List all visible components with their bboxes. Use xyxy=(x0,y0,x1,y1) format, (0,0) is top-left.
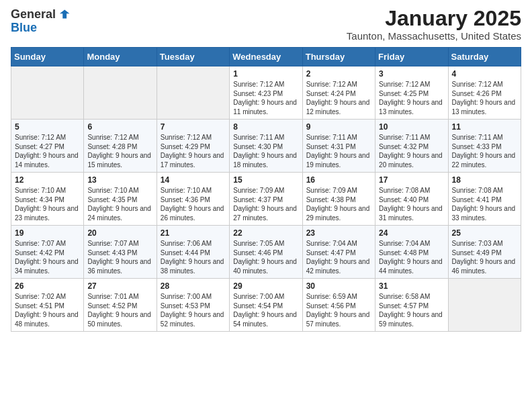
daylight-text: Daylight: 9 hours and 14 minutes. xyxy=(15,152,79,169)
daylight-text: Daylight: 9 hours and 40 minutes. xyxy=(233,258,297,275)
daylight-text: Daylight: 9 hours and 19 minutes. xyxy=(306,152,370,169)
sunset-text: Sunset: 4:57 PM xyxy=(379,302,429,310)
day-info: Sunrise: 7:12 AMSunset: 4:24 PMDaylight:… xyxy=(306,80,371,116)
daylight-text: Daylight: 9 hours and 34 minutes. xyxy=(15,258,79,275)
calendar-cell: 2Sunrise: 7:12 AMSunset: 4:24 PMDaylight… xyxy=(302,66,375,120)
day-info: Sunrise: 7:12 AMSunset: 4:25 PMDaylight:… xyxy=(379,80,444,116)
calendar-header-row: SundayMondayTuesdayWednesdayThursdayFrid… xyxy=(11,48,521,66)
day-number: 20 xyxy=(87,228,152,238)
day-number: 4 xyxy=(452,69,517,79)
day-info: Sunrise: 7:00 AMSunset: 4:54 PMDaylight:… xyxy=(233,292,298,328)
calendar-cell: 8Sunrise: 7:11 AMSunset: 4:30 PMDaylight… xyxy=(230,120,302,173)
daylight-text: Daylight: 9 hours and 11 minutes. xyxy=(233,99,297,116)
logo-icon xyxy=(56,7,71,21)
sunset-text: Sunset: 4:29 PM xyxy=(161,143,210,150)
sunrise-text: Sunrise: 7:02 AM xyxy=(15,293,66,300)
sunrise-text: Sunrise: 7:05 AM xyxy=(233,240,284,247)
day-info: Sunrise: 7:10 AMSunset: 4:36 PMDaylight:… xyxy=(161,186,226,222)
calendar-cell: 21Sunrise: 7:06 AMSunset: 4:44 PMDayligh… xyxy=(157,226,229,279)
sunrise-text: Sunrise: 7:11 AM xyxy=(379,134,430,141)
day-number: 24 xyxy=(379,228,444,238)
day-info: Sunrise: 7:07 AMSunset: 4:43 PMDaylight:… xyxy=(87,239,152,275)
svg-marker-0 xyxy=(60,9,70,18)
calendar-cell: 22Sunrise: 7:05 AMSunset: 4:46 PMDayligh… xyxy=(230,226,302,279)
sunrise-text: Sunrise: 7:10 AM xyxy=(161,187,212,194)
sunrise-text: Sunrise: 7:03 AM xyxy=(452,240,503,247)
day-number: 7 xyxy=(161,122,226,132)
day-number: 25 xyxy=(452,228,517,238)
day-number: 17 xyxy=(379,175,444,185)
day-info: Sunrise: 7:10 AMSunset: 4:35 PMDaylight:… xyxy=(87,186,152,222)
day-info: Sunrise: 7:09 AMSunset: 4:38 PMDaylight:… xyxy=(306,186,371,222)
calendar-cell: 31Sunrise: 6:58 AMSunset: 4:57 PMDayligh… xyxy=(375,279,448,332)
day-info: Sunrise: 7:11 AMSunset: 4:30 PMDaylight:… xyxy=(233,133,298,169)
calendar-cell: 24Sunrise: 7:04 AMSunset: 4:48 PMDayligh… xyxy=(375,226,448,279)
calendar-cell: 3Sunrise: 7:12 AMSunset: 4:25 PMDaylight… xyxy=(375,66,448,120)
day-info: Sunrise: 7:12 AMSunset: 4:23 PMDaylight:… xyxy=(233,80,298,116)
sunrise-text: Sunrise: 7:10 AM xyxy=(15,187,66,194)
sunrise-text: Sunrise: 7:12 AM xyxy=(379,81,430,88)
calendar-cell: 9Sunrise: 7:11 AMSunset: 4:31 PMDaylight… xyxy=(302,120,375,173)
daylight-text: Daylight: 9 hours and 52 minutes. xyxy=(161,311,224,328)
sunset-text: Sunset: 4:42 PM xyxy=(15,249,64,257)
calendar-cell: 26Sunrise: 7:02 AMSunset: 4:51 PMDayligh… xyxy=(11,279,84,332)
day-number: 16 xyxy=(306,175,371,185)
day-info: Sunrise: 7:12 AMSunset: 4:27 PMDaylight:… xyxy=(15,133,80,169)
page: General Blue January 2025 Taunton, Massa… xyxy=(0,0,532,411)
sunset-text: Sunset: 4:34 PM xyxy=(15,196,64,203)
logo-general: General xyxy=(11,8,56,20)
daylight-text: Daylight: 9 hours and 13 minutes. xyxy=(379,99,443,116)
calendar-cell: 18Sunrise: 7:08 AMSunset: 4:41 PMDayligh… xyxy=(448,173,521,226)
calendar-cell: 30Sunrise: 6:59 AMSunset: 4:56 PMDayligh… xyxy=(302,279,375,332)
sunrise-text: Sunrise: 6:59 AM xyxy=(306,293,357,300)
calendar-cell xyxy=(448,279,521,332)
day-info: Sunrise: 7:08 AMSunset: 4:41 PMDaylight:… xyxy=(452,186,517,222)
calendar-header-tuesday: Tuesday xyxy=(157,48,229,66)
sunrise-text: Sunrise: 7:04 AM xyxy=(306,240,357,247)
sunrise-text: Sunrise: 7:07 AM xyxy=(15,240,66,247)
day-number: 15 xyxy=(233,175,298,185)
calendar-cell: 14Sunrise: 7:10 AMSunset: 4:36 PMDayligh… xyxy=(157,173,229,226)
sunrise-text: Sunrise: 7:11 AM xyxy=(233,134,284,141)
day-number: 29 xyxy=(233,281,298,291)
calendar-week-row: 19Sunrise: 7:07 AMSunset: 4:42 PMDayligh… xyxy=(11,226,521,279)
day-info: Sunrise: 7:08 AMSunset: 4:40 PMDaylight:… xyxy=(379,186,444,222)
daylight-text: Daylight: 9 hours and 46 minutes. xyxy=(452,258,516,275)
sunrise-text: Sunrise: 7:04 AM xyxy=(379,240,430,247)
page-subtitle: Taunton, Massachusetts, United States xyxy=(347,30,521,42)
sunset-text: Sunset: 4:38 PM xyxy=(306,196,356,203)
sunset-text: Sunset: 4:36 PM xyxy=(161,196,210,203)
calendar-cell: 13Sunrise: 7:10 AMSunset: 4:35 PMDayligh… xyxy=(84,173,157,226)
calendar-cell: 4Sunrise: 7:12 AMSunset: 4:26 PMDaylight… xyxy=(448,66,521,120)
day-number: 12 xyxy=(15,175,80,185)
day-number: 10 xyxy=(379,122,444,132)
daylight-text: Daylight: 9 hours and 24 minutes. xyxy=(87,205,151,222)
day-info: Sunrise: 7:12 AMSunset: 4:26 PMDaylight:… xyxy=(452,80,517,116)
calendar-cell: 28Sunrise: 7:00 AMSunset: 4:53 PMDayligh… xyxy=(157,279,229,332)
daylight-text: Daylight: 9 hours and 57 minutes. xyxy=(306,311,370,328)
sunrise-text: Sunrise: 7:12 AM xyxy=(161,134,212,141)
daylight-text: Daylight: 9 hours and 38 minutes. xyxy=(161,258,224,275)
day-info: Sunrise: 7:05 AMSunset: 4:46 PMDaylight:… xyxy=(233,239,298,275)
calendar-cell xyxy=(11,66,84,120)
calendar-header-sunday: Sunday xyxy=(11,48,84,66)
sunrise-text: Sunrise: 7:11 AM xyxy=(306,134,357,141)
day-number: 26 xyxy=(15,281,80,291)
day-number: 5 xyxy=(15,122,80,132)
sunset-text: Sunset: 4:28 PM xyxy=(87,143,137,150)
calendar-cell: 11Sunrise: 7:11 AMSunset: 4:33 PMDayligh… xyxy=(448,120,521,173)
daylight-text: Daylight: 9 hours and 26 minutes. xyxy=(161,205,224,222)
day-number: 28 xyxy=(161,281,226,291)
day-info: Sunrise: 6:58 AMSunset: 4:57 PMDaylight:… xyxy=(379,292,444,328)
day-info: Sunrise: 7:02 AMSunset: 4:51 PMDaylight:… xyxy=(15,292,80,328)
calendar-cell: 6Sunrise: 7:12 AMSunset: 4:28 PMDaylight… xyxy=(84,120,157,173)
sunset-text: Sunset: 4:25 PM xyxy=(379,90,429,97)
sunset-text: Sunset: 4:51 PM xyxy=(15,302,64,310)
header: General Blue January 2025 Taunton, Massa… xyxy=(11,7,521,42)
sunset-text: Sunset: 4:23 PM xyxy=(233,90,283,97)
title-block: January 2025 Taunton, Massachusetts, Uni… xyxy=(347,7,521,42)
calendar-week-row: 1Sunrise: 7:12 AMSunset: 4:23 PMDaylight… xyxy=(11,66,521,120)
daylight-text: Daylight: 9 hours and 50 minutes. xyxy=(87,311,151,328)
day-number: 27 xyxy=(87,281,152,291)
daylight-text: Daylight: 9 hours and 20 minutes. xyxy=(379,152,443,169)
